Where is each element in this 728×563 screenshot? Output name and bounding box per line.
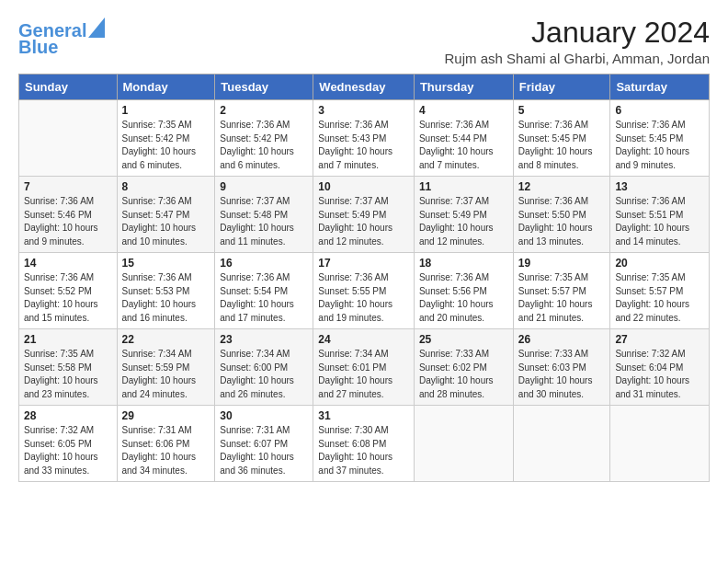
month-title: January 2024 xyxy=(445,17,710,49)
day-number: 23 xyxy=(220,333,308,346)
day-number: 25 xyxy=(419,333,508,346)
day-info: Sunrise: 7:36 AM Sunset: 5:51 PM Dayligh… xyxy=(615,195,704,248)
day-cell: 14Sunrise: 7:36 AM Sunset: 5:52 PM Dayli… xyxy=(19,253,118,329)
header-row: Sunday Monday Tuesday Wednesday Thursday… xyxy=(19,75,710,100)
day-cell: 31Sunrise: 7:30 AM Sunset: 6:08 PM Dayli… xyxy=(313,406,415,482)
day-number: 3 xyxy=(318,104,409,117)
day-info: Sunrise: 7:34 AM Sunset: 6:00 PM Dayligh… xyxy=(220,348,308,401)
day-number: 17 xyxy=(318,257,409,270)
day-number: 26 xyxy=(518,333,606,346)
day-cell: 2Sunrise: 7:36 AM Sunset: 5:42 PM Daylig… xyxy=(215,100,313,177)
day-number: 1 xyxy=(122,104,210,117)
week-row-1: 1Sunrise: 7:35 AM Sunset: 5:42 PM Daylig… xyxy=(19,100,710,177)
day-cell: 25Sunrise: 7:33 AM Sunset: 6:02 PM Dayli… xyxy=(414,329,513,406)
col-thursday: Thursday xyxy=(414,75,513,100)
day-number: 20 xyxy=(615,257,704,270)
day-cell: 11Sunrise: 7:37 AM Sunset: 5:49 PM Dayli… xyxy=(414,177,513,253)
day-cell: 20Sunrise: 7:35 AM Sunset: 5:57 PM Dayli… xyxy=(610,253,710,329)
day-info: Sunrise: 7:33 AM Sunset: 6:02 PM Dayligh… xyxy=(419,348,508,401)
day-cell: 7Sunrise: 7:36 AM Sunset: 5:46 PM Daylig… xyxy=(19,177,118,253)
day-cell: 26Sunrise: 7:33 AM Sunset: 6:03 PM Dayli… xyxy=(513,329,610,406)
day-cell: 22Sunrise: 7:34 AM Sunset: 5:59 PM Dayli… xyxy=(117,329,215,406)
col-tuesday: Tuesday xyxy=(215,75,313,100)
day-number: 31 xyxy=(318,409,409,422)
day-cell: 24Sunrise: 7:34 AM Sunset: 6:01 PM Dayli… xyxy=(313,329,415,406)
week-row-2: 7Sunrise: 7:36 AM Sunset: 5:46 PM Daylig… xyxy=(19,177,710,253)
day-number: 27 xyxy=(615,333,704,346)
day-info: Sunrise: 7:37 AM Sunset: 5:48 PM Dayligh… xyxy=(220,195,308,248)
day-info: Sunrise: 7:36 AM Sunset: 5:54 PM Dayligh… xyxy=(220,271,308,325)
day-number: 10 xyxy=(318,180,409,193)
day-cell: 18Sunrise: 7:36 AM Sunset: 5:56 PM Dayli… xyxy=(414,253,513,329)
day-number: 24 xyxy=(318,333,409,346)
day-info: Sunrise: 7:30 AM Sunset: 6:08 PM Dayligh… xyxy=(318,424,409,477)
day-number: 12 xyxy=(518,180,606,193)
day-info: Sunrise: 7:35 AM Sunset: 5:57 PM Dayligh… xyxy=(518,271,606,325)
day-cell: 9Sunrise: 7:37 AM Sunset: 5:48 PM Daylig… xyxy=(215,177,313,253)
svg-marker-0 xyxy=(88,17,105,38)
col-friday: Friday xyxy=(513,75,610,100)
day-cell: 27Sunrise: 7:32 AM Sunset: 6:04 PM Dayli… xyxy=(610,329,710,406)
day-info: Sunrise: 7:36 AM Sunset: 5:46 PM Dayligh… xyxy=(24,195,112,248)
day-cell xyxy=(19,100,118,177)
day-number: 5 xyxy=(518,104,606,117)
week-row-4: 21Sunrise: 7:35 AM Sunset: 5:58 PM Dayli… xyxy=(19,329,710,406)
day-number: 8 xyxy=(122,180,210,193)
day-cell: 29Sunrise: 7:31 AM Sunset: 6:06 PM Dayli… xyxy=(117,406,215,482)
day-info: Sunrise: 7:31 AM Sunset: 6:06 PM Dayligh… xyxy=(122,424,210,477)
day-number: 13 xyxy=(615,180,704,193)
day-number: 11 xyxy=(419,180,508,193)
day-cell: 28Sunrise: 7:32 AM Sunset: 6:05 PM Dayli… xyxy=(19,406,118,482)
day-info: Sunrise: 7:34 AM Sunset: 5:59 PM Dayligh… xyxy=(122,348,210,401)
day-cell: 6Sunrise: 7:36 AM Sunset: 5:45 PM Daylig… xyxy=(610,100,710,177)
day-cell: 15Sunrise: 7:36 AM Sunset: 5:53 PM Dayli… xyxy=(117,253,215,329)
col-monday: Monday xyxy=(117,75,215,100)
day-info: Sunrise: 7:35 AM Sunset: 5:58 PM Dayligh… xyxy=(24,348,112,401)
day-number: 4 xyxy=(419,104,508,117)
day-info: Sunrise: 7:36 AM Sunset: 5:44 PM Dayligh… xyxy=(419,119,508,172)
week-row-3: 14Sunrise: 7:36 AM Sunset: 5:52 PM Dayli… xyxy=(19,253,710,329)
day-number: 22 xyxy=(122,333,210,346)
day-info: Sunrise: 7:36 AM Sunset: 5:53 PM Dayligh… xyxy=(122,271,210,325)
logo-icon xyxy=(88,17,105,38)
day-cell: 8Sunrise: 7:36 AM Sunset: 5:47 PM Daylig… xyxy=(117,177,215,253)
day-info: Sunrise: 7:35 AM Sunset: 5:57 PM Dayligh… xyxy=(615,271,704,325)
day-number: 19 xyxy=(518,257,606,270)
day-number: 7 xyxy=(24,180,112,193)
week-row-5: 28Sunrise: 7:32 AM Sunset: 6:05 PM Dayli… xyxy=(19,406,710,482)
day-info: Sunrise: 7:32 AM Sunset: 6:05 PM Dayligh… xyxy=(24,424,112,477)
day-number: 2 xyxy=(220,104,308,117)
day-cell xyxy=(414,406,513,482)
day-info: Sunrise: 7:36 AM Sunset: 5:43 PM Dayligh… xyxy=(318,119,409,172)
day-cell: 19Sunrise: 7:35 AM Sunset: 5:57 PM Dayli… xyxy=(513,253,610,329)
day-info: Sunrise: 7:36 AM Sunset: 5:45 PM Dayligh… xyxy=(518,119,606,172)
day-info: Sunrise: 7:37 AM Sunset: 5:49 PM Dayligh… xyxy=(419,195,508,248)
day-info: Sunrise: 7:32 AM Sunset: 6:04 PM Dayligh… xyxy=(615,348,704,401)
calendar-table: Sunday Monday Tuesday Wednesday Thursday… xyxy=(18,74,710,482)
day-cell: 23Sunrise: 7:34 AM Sunset: 6:00 PM Dayli… xyxy=(215,329,313,406)
day-cell: 12Sunrise: 7:36 AM Sunset: 5:50 PM Dayli… xyxy=(513,177,610,253)
day-number: 18 xyxy=(419,257,508,270)
col-saturday: Saturday xyxy=(610,75,710,100)
day-info: Sunrise: 7:37 AM Sunset: 5:49 PM Dayligh… xyxy=(318,195,409,248)
day-cell: 1Sunrise: 7:35 AM Sunset: 5:42 PM Daylig… xyxy=(117,100,215,177)
day-info: Sunrise: 7:36 AM Sunset: 5:42 PM Dayligh… xyxy=(220,119,308,172)
day-info: Sunrise: 7:36 AM Sunset: 5:56 PM Dayligh… xyxy=(419,271,508,325)
day-cell: 13Sunrise: 7:36 AM Sunset: 5:51 PM Dayli… xyxy=(610,177,710,253)
day-info: Sunrise: 7:36 AM Sunset: 5:47 PM Dayligh… xyxy=(122,195,210,248)
day-cell: 4Sunrise: 7:36 AM Sunset: 5:44 PM Daylig… xyxy=(414,100,513,177)
day-number: 6 xyxy=(615,104,704,117)
title-block: January 2024 Rujm ash Shami al Gharbi, A… xyxy=(445,17,710,66)
col-sunday: Sunday xyxy=(19,75,118,100)
day-cell xyxy=(513,406,610,482)
col-wednesday: Wednesday xyxy=(313,75,415,100)
logo: General Blue xyxy=(18,20,105,57)
day-number: 15 xyxy=(122,257,210,270)
day-cell xyxy=(610,406,710,482)
location-title: Rujm ash Shami al Gharbi, Amman, Jordan xyxy=(445,51,710,66)
day-info: Sunrise: 7:31 AM Sunset: 6:07 PM Dayligh… xyxy=(220,424,308,477)
day-cell: 3Sunrise: 7:36 AM Sunset: 5:43 PM Daylig… xyxy=(313,100,415,177)
day-info: Sunrise: 7:36 AM Sunset: 5:52 PM Dayligh… xyxy=(24,271,112,325)
day-number: 21 xyxy=(24,333,112,346)
day-cell: 21Sunrise: 7:35 AM Sunset: 5:58 PM Dayli… xyxy=(19,329,118,406)
